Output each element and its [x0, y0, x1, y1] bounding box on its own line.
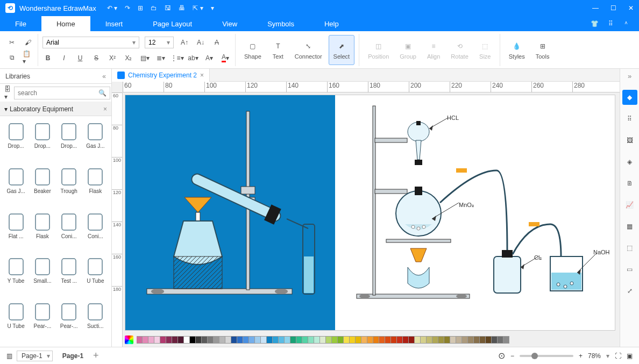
- theme-panel-icon[interactable]: ◆: [622, 90, 637, 105]
- library-item[interactable]: Sucti...: [83, 299, 108, 344]
- color-swatch[interactable]: [492, 336, 498, 344]
- color-swatch[interactable]: [385, 336, 391, 344]
- font-name-select[interactable]: Arial▾: [42, 37, 139, 48]
- underline-icon[interactable]: U: [75, 53, 86, 63]
- new-icon[interactable]: ⊞: [138, 4, 143, 12]
- zoom-slider[interactable]: [520, 355, 573, 357]
- color-swatch[interactable]: [373, 336, 379, 344]
- color-swatch[interactable]: [344, 336, 350, 344]
- close-icon[interactable]: ✕: [628, 4, 634, 12]
- styles-button[interactable]: 💧Styles: [505, 35, 529, 65]
- menu-symbols[interactable]: Symbols: [252, 16, 309, 31]
- menu-page-layout[interactable]: Page Layout: [138, 16, 207, 31]
- color-swatch[interactable]: [219, 336, 225, 344]
- color-swatch[interactable]: [172, 336, 178, 344]
- print-icon[interactable]: 🖶: [179, 4, 185, 12]
- apps-panel-icon[interactable]: ⠿: [622, 111, 637, 126]
- select-button[interactable]: ⬈Select: [329, 35, 355, 65]
- bold-icon[interactable]: B: [42, 53, 53, 63]
- cut-icon[interactable]: ✂: [6, 37, 17, 48]
- search-icon[interactable]: 🔍: [98, 89, 106, 97]
- copy-icon[interactable]: ⧉: [6, 52, 17, 63]
- image-panel-icon[interactable]: 🖼: [622, 133, 637, 148]
- color-swatch[interactable]: [462, 336, 468, 344]
- fit-page-icon[interactable]: ⛶: [615, 352, 621, 360]
- color-picker-icon[interactable]: [125, 336, 133, 344]
- zoom-in-button[interactable]: +: [579, 352, 583, 360]
- color-swatch[interactable]: [450, 336, 456, 344]
- tshirt-icon[interactable]: 👕: [591, 20, 599, 27]
- color-swatch[interactable]: [456, 336, 462, 344]
- numbering-icon[interactable]: ⋮≡▾: [172, 53, 182, 63]
- zoom-out-button[interactable]: −: [510, 352, 514, 360]
- library-item[interactable]: Flask: [83, 165, 108, 209]
- superscript-icon[interactable]: X²: [107, 53, 118, 63]
- canvas-viewport[interactable]: 6080100120140160180200220240260280 60801…: [112, 82, 620, 347]
- overview-panel-icon[interactable]: ▭: [622, 262, 637, 277]
- chart-panel-icon[interactable]: 📈: [622, 197, 637, 212]
- color-swatch[interactable]: [498, 336, 503, 344]
- color-swatch[interactable]: [474, 336, 480, 344]
- color-swatch[interactable]: [367, 336, 373, 344]
- fit-panel-icon[interactable]: ⤢: [622, 283, 637, 298]
- color-swatch[interactable]: [421, 336, 427, 344]
- library-item[interactable]: Test ...: [56, 254, 82, 298]
- color-swatch[interactable]: [190, 336, 196, 344]
- subscript-icon[interactable]: X₂: [123, 53, 134, 63]
- grow-font-icon[interactable]: A↑: [179, 37, 190, 48]
- menu-file[interactable]: File: [0, 16, 41, 31]
- color-swatch[interactable]: [267, 336, 273, 344]
- color-swatch[interactable]: [255, 336, 261, 344]
- color-swatch[interactable]: [261, 336, 267, 344]
- color-swatch[interactable]: [279, 336, 285, 344]
- color-swatch[interactable]: [338, 336, 344, 344]
- color-swatch[interactable]: [231, 336, 237, 344]
- color-swatch[interactable]: [438, 336, 444, 344]
- clear-format-icon[interactable]: A: [211, 37, 222, 48]
- document-tab[interactable]: Chemistry Experiment 2 ×: [112, 69, 210, 82]
- menu-help[interactable]: Help: [309, 16, 354, 31]
- library-item[interactable]: Y Tube: [3, 254, 29, 298]
- fullscreen-icon[interactable]: ▣: [627, 352, 633, 360]
- color-swatch[interactable]: [302, 336, 308, 344]
- connector-button[interactable]: ⤡Connector: [290, 35, 326, 65]
- library-item[interactable]: Gas J...: [3, 165, 29, 209]
- color-swatch[interactable]: [290, 336, 296, 344]
- collapse-libraries-icon[interactable]: «: [102, 73, 106, 80]
- save-icon[interactable]: 🖫: [165, 4, 171, 12]
- color-swatch[interactable]: [332, 336, 338, 344]
- color-swatch[interactable]: [409, 336, 415, 344]
- color-swatch[interactable]: [361, 336, 367, 344]
- color-swatch[interactable]: [468, 336, 474, 344]
- library-item[interactable]: Beaker: [30, 165, 55, 209]
- bullets-icon[interactable]: ≣▾: [155, 53, 166, 63]
- library-item[interactable]: U Tube: [3, 299, 29, 344]
- size-button[interactable]: ⬚Size: [475, 35, 495, 65]
- align-button[interactable]: ≡Align: [423, 35, 444, 65]
- collapse-ribbon-icon[interactable]: ＾: [623, 19, 629, 28]
- color-swatch[interactable]: [249, 336, 255, 344]
- color-swatch[interactable]: [137, 336, 143, 344]
- font-size-select[interactable]: 12▾: [145, 37, 174, 48]
- zoom-dropdown-icon[interactable]: ▾: [606, 352, 609, 360]
- color-swatch[interactable]: [184, 336, 190, 344]
- color-swatch[interactable]: [214, 336, 219, 344]
- color-swatch[interactable]: [160, 336, 166, 344]
- color-swatch[interactable]: [225, 336, 231, 344]
- page-layout-icon[interactable]: ▥: [6, 352, 12, 360]
- color-swatch[interactable]: [350, 336, 356, 344]
- expand-right-icon[interactable]: »: [628, 72, 631, 80]
- library-item[interactable]: U Tube: [83, 254, 108, 298]
- color-swatch[interactable]: [308, 336, 314, 344]
- color-swatch[interactable]: [480, 336, 486, 344]
- color-swatch[interactable]: [403, 336, 409, 344]
- menu-home[interactable]: Home: [41, 16, 90, 31]
- library-item[interactable]: Gas J...: [83, 119, 108, 163]
- table-panel-icon[interactable]: ▦: [622, 219, 637, 234]
- drawing-canvas[interactable]: HCL MnO₂ Cl₂ NaOH: [125, 95, 615, 331]
- library-item[interactable]: Flask: [30, 210, 55, 254]
- line-spacing-icon[interactable]: ▤▾: [139, 53, 150, 63]
- color-swatch[interactable]: [202, 336, 208, 344]
- color-swatch[interactable]: [444, 336, 450, 344]
- color-swatch[interactable]: [503, 336, 509, 344]
